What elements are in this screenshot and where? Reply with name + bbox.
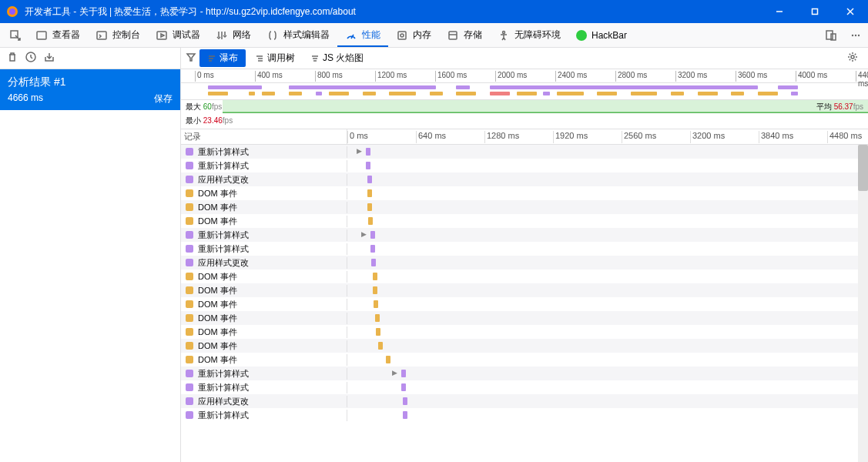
window-title: 开发者工具 - 关于我 | 热爱生活，热爱学习 - http://su.gz2v… <box>25 5 762 18</box>
marker-color-icon <box>186 273 193 280</box>
marker-label: 重新计算样式 <box>198 243 249 255</box>
waterfall-row[interactable]: DOM 事件 <box>181 270 858 283</box>
tab-style-editor[interactable]: 样式编辑器 <box>259 23 337 47</box>
fps-max-value: 60 <box>203 102 212 111</box>
view-calltree[interactable]: 调用树 <box>249 49 301 67</box>
waterfall-row[interactable]: 应用样式更改 <box>181 394 858 408</box>
waterfall-row[interactable]: 重新计算样式▶ <box>181 145 858 159</box>
timeline-overview[interactable] <box>181 83 868 100</box>
ruler-tick: 2800 ms <box>615 71 647 82</box>
kebab-menu-button[interactable] <box>843 23 868 47</box>
scrollbar-thumb[interactable] <box>858 145 868 191</box>
svg-rect-12 <box>398 32 406 39</box>
waterfall-row[interactable]: DOM 事件 <box>181 283 858 297</box>
timeline-ruler[interactable]: 0 ms400 ms800 ms1200 ms1600 ms2000 ms240… <box>181 69 868 83</box>
waterfall-row[interactable]: 重新计算样式 <box>181 159 858 172</box>
responsive-design-button[interactable] <box>819 23 843 47</box>
twisty-icon[interactable]: ▶ <box>361 230 369 238</box>
waterfall-row[interactable]: 重新计算样式 <box>181 408 858 422</box>
filter-button[interactable] <box>186 52 196 65</box>
waterfall-row[interactable]: 重新计算样式 <box>181 380 858 394</box>
marker-color-icon <box>186 370 193 377</box>
waterfall-row[interactable]: 应用样式更改 <box>181 256 858 270</box>
record-column-header[interactable]: 记录 <box>181 129 347 144</box>
record-button[interactable] <box>25 51 37 65</box>
clear-button[interactable] <box>6 51 18 65</box>
overview-segment <box>698 92 718 95</box>
ruler-tick: 1200 ms <box>375 71 407 82</box>
overview-segment <box>456 92 476 95</box>
marker-label: DOM 事件 <box>198 285 237 296</box>
overview-segment <box>208 92 228 95</box>
waterfall-row[interactable]: DOM 事件 <box>181 353 858 367</box>
tab-storage[interactable]: 存储 <box>439 23 490 47</box>
overview-segment <box>791 92 798 95</box>
waterfall-ticks: 0 ms640 ms1280 ms1920 ms2560 ms3200 ms38… <box>347 129 868 144</box>
close-button[interactable] <box>833 0 868 23</box>
svg-point-20 <box>855 34 856 35</box>
maximize-button[interactable] <box>797 0 833 23</box>
tab-debugger[interactable]: 调试器 <box>148 23 208 47</box>
wf-tick: 3200 ms <box>690 131 725 143</box>
marker-color-icon <box>186 397 193 405</box>
scrollbar-track[interactable] <box>858 145 868 462</box>
overview-segment <box>249 92 256 95</box>
marker-label: DOM 事件 <box>198 340 237 352</box>
waterfall-row[interactable]: DOM 事件 <box>181 297 858 311</box>
waterfall-row[interactable]: DOM 事件 <box>181 311 858 325</box>
ruler-tick: 4400 ms <box>856 71 868 82</box>
overview-segment <box>208 85 262 89</box>
tab-performance[interactable]: 性能 <box>337 23 388 47</box>
twisty-icon[interactable]: ▶ <box>357 147 364 155</box>
import-button[interactable] <box>43 51 55 65</box>
svg-marker-10 <box>161 34 164 37</box>
tab-console[interactable]: 控制台 <box>88 23 148 47</box>
waterfall-body: 重新计算样式▶重新计算样式应用样式更改DOM 事件DOM 事件DOM 事件重新计… <box>181 145 868 462</box>
marker-label: DOM 事件 <box>198 202 237 213</box>
twisty-icon[interactable]: ▶ <box>392 369 400 377</box>
marker-segment <box>375 314 380 322</box>
waterfall-row[interactable]: DOM 事件 <box>181 325 858 339</box>
waterfall-row[interactable]: 重新计算样式 <box>181 242 858 256</box>
element-picker-button[interactable] <box>3 23 28 47</box>
recording-item[interactable]: 分析结果 #1 4666 ms 保存 <box>0 69 180 110</box>
marker-segment <box>401 383 406 391</box>
tab-hackbar[interactable]: HackBar <box>568 23 635 47</box>
waterfall-row[interactable]: 应用样式更改 <box>181 172 858 186</box>
marker-color-icon <box>186 411 193 419</box>
waterfall-row[interactable]: DOM 事件 <box>181 214 858 228</box>
save-recording-link[interactable]: 保存 <box>154 92 173 105</box>
wf-tick: 3840 ms <box>759 131 793 143</box>
tab-label: 无障碍环境 <box>514 28 561 42</box>
fps-strip: 最大 60fps 最小 23.46fps 平均 56.37fps <box>181 100 868 129</box>
view-label: 调用树 <box>267 52 295 65</box>
waterfall-row[interactable]: 重新计算样式▶ <box>181 367 858 380</box>
tab-memory[interactable]: 内存 <box>388 23 439 47</box>
waterfall-row[interactable]: 重新计算样式▶ <box>181 228 858 242</box>
minimize-button[interactable] <box>762 0 797 23</box>
tab-accessibility[interactable]: 无障碍环境 <box>490 23 568 47</box>
marker-label: 重新计算样式 <box>198 160 249 172</box>
marker-color-icon <box>186 189 193 197</box>
settings-button[interactable] <box>842 51 863 65</box>
marker-color-icon <box>186 217 193 225</box>
marker-color-icon <box>186 356 193 363</box>
waterfall-row[interactable]: DOM 事件 <box>181 200 858 214</box>
view-jsflame[interactable]: JS 火焰图 <box>304 49 370 67</box>
tab-inspector[interactable]: 查看器 <box>28 23 88 47</box>
marker-segment <box>378 342 383 350</box>
view-label: JS 火焰图 <box>323 52 364 65</box>
marker-label: DOM 事件 <box>198 271 237 283</box>
fps-unit: fps <box>223 116 233 125</box>
fps-max-label: 最大 <box>186 102 201 111</box>
overview-segment <box>389 92 416 95</box>
waterfall-row[interactable]: DOM 事件 <box>181 186 858 200</box>
marker-segment <box>366 148 370 156</box>
view-waterfall[interactable]: 瀑布 <box>199 49 246 67</box>
marker-segment <box>366 162 370 169</box>
overview-segment <box>430 92 443 95</box>
firefox-icon <box>6 5 18 18</box>
tab-label: 调试器 <box>173 28 200 42</box>
waterfall-row[interactable]: DOM 事件 <box>181 339 858 353</box>
tab-network[interactable]: 网络 <box>208 23 259 47</box>
